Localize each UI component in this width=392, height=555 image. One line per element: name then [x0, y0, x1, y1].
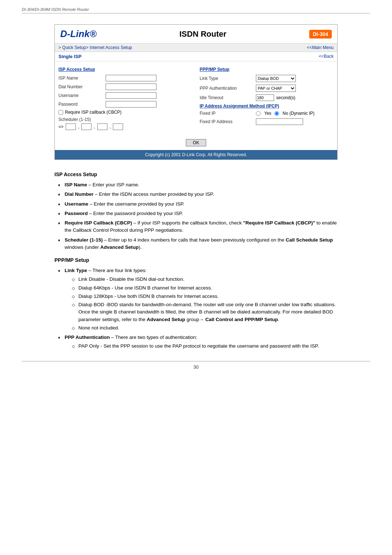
isp-name-input[interactable]: [106, 75, 156, 81]
scheduler-input-1[interactable]: [66, 123, 76, 130]
page-header: DI-304/DI-304M ISDN Remote Router: [22, 7, 370, 13]
scheduler-input-2[interactable]: [81, 123, 91, 130]
section-bar: Single ISP <<Back: [55, 52, 337, 61]
list-item: Dialup 64Kbps - Use one ISDN B channel f…: [72, 284, 338, 292]
description-area: ISP Access Setup ISP Name – Enter your I…: [54, 171, 338, 350]
nav-main-menu[interactable]: <<Main Menu: [307, 45, 334, 50]
fixed-ip-address-label: Fixed IP Address: [200, 119, 256, 124]
idle-timeout-suffix: second(s): [276, 95, 295, 100]
form-area: ISP Access Setup ISP Name Dial Number Us…: [55, 61, 337, 135]
right-column: PPP/MP Setup Link Type Link Disable Dial…: [200, 67, 334, 130]
list-item: None not included.: [72, 324, 338, 332]
list-item: Link Type – There are four link types: L…: [58, 267, 338, 332]
back-link[interactable]: <<Back: [319, 54, 334, 59]
list-item: Dial Number – Enter the ISDN access numb…: [58, 191, 338, 198]
isp-desc-list: ISP Name – Enter your ISP name. Dial Num…: [58, 181, 338, 251]
ppp-col-title: PPP/MP Setup: [200, 67, 334, 72]
ppp-desc-list: Link Type – There are four link types: L…: [58, 267, 338, 350]
scheduler-sep-2: ,: [94, 124, 95, 129]
router-title: ISDN Router: [179, 29, 226, 39]
list-item: ISP Name – Enter your ISP name.: [58, 181, 338, 189]
fixed-ip-row: Fixed IP Yes No (Dynamic IP): [200, 111, 334, 116]
isp-col-title: ISP Access Setup: [58, 67, 192, 72]
isp-name-label: ISP Name: [58, 76, 106, 81]
list-item: Link Disable - Disable the ISDN dial-out…: [72, 276, 338, 283]
fixed-ip-address-row: Fixed IP Address: [200, 118, 334, 125]
di304-badge: DI-304: [309, 30, 332, 39]
isp-name-row: ISP Name: [58, 75, 192, 81]
router-footer: Copyright (c) 2001 D-Link Corp. All Righ…: [55, 150, 337, 159]
link-type-label: Link Type: [200, 76, 256, 81]
password-input[interactable]: [106, 101, 156, 108]
list-item: Password – Enter the password provided b…: [58, 210, 338, 217]
list-item: Require ISP Callback (CBCP) – If your IS…: [58, 219, 338, 234]
router-ui-box: D-Link® ISDN Router DI-304 > Quick Setup…: [54, 24, 338, 160]
dlink-logo: D-Link®: [60, 28, 97, 40]
list-item: Dialup BOD -BOD stands for bandwidth-on-…: [72, 301, 338, 323]
ppp-auth-row: PPP Authentication PAP Only CHAP Only PA…: [200, 85, 334, 92]
nav-bar: > Quick Setup> Internet Access Setup <<M…: [55, 44, 337, 52]
scheduler-input-4[interactable]: [113, 123, 123, 130]
ppp-auth-sublist: PAP Only - Set the PPP session to use th…: [72, 343, 338, 350]
isp-desc-title: ISP Access Setup: [54, 171, 338, 178]
list-item: Dialup 128Kbps - Use both ISDN B channel…: [72, 293, 338, 300]
cbcp-checkbox[interactable]: [58, 110, 63, 115]
dial-number-row: Dial Number: [58, 84, 192, 90]
router-header: D-Link® ISDN Router DI-304: [55, 25, 337, 44]
idle-timeout-row: Idle Timeout second(s): [200, 94, 334, 101]
scheduler-sep-3: ,: [110, 124, 111, 129]
nav-quick-setup[interactable]: > Quick Setup> Internet Access Setup: [58, 45, 132, 50]
password-row: Password: [58, 101, 192, 108]
password-label: Password: [58, 102, 106, 107]
list-item: Scheduler (1-15) – Enter up to 4 index n…: [58, 236, 338, 251]
username-row: Username: [58, 92, 192, 99]
fixed-ip-yes-label: Yes: [264, 111, 271, 116]
fixed-ip-address-input[interactable]: [256, 118, 303, 125]
dial-number-label: Dial Number: [58, 84, 106, 89]
section-title: Single ISP: [58, 54, 82, 59]
list-item: PPP Authentication – There are two types…: [58, 334, 338, 350]
list-item: Username – Enter the username provided b…: [58, 200, 338, 208]
scheduler-label-row: Scheduler (1-15): [58, 117, 192, 122]
idle-timeout-label: Idle Timeout: [200, 95, 256, 100]
username-input[interactable]: [106, 92, 156, 99]
idle-timeout-input[interactable]: [256, 94, 274, 101]
fixed-ip-no-radio[interactable]: [274, 111, 279, 116]
ok-row: OK: [55, 135, 337, 150]
link-type-row: Link Type Link Disable Dialup 64Kbps Dia…: [200, 75, 334, 82]
scheduler-inputs: => , , ,: [58, 123, 192, 130]
link-type-sublist: Link Disable - Disable the ISDN dial-out…: [72, 276, 338, 332]
ipcp-title: IP Address Assignment Method (IPCP): [200, 104, 334, 109]
username-label: Username: [58, 93, 106, 98]
left-column: ISP Access Setup ISP Name Dial Number Us…: [58, 67, 192, 130]
ok-button[interactable]: OK: [186, 139, 206, 146]
fixed-ip-no-label: No (Dynamic IP): [283, 111, 315, 116]
scheduler-sep-1: ,: [78, 124, 79, 129]
cbcp-row: Require ISP callback (CBCP): [58, 110, 192, 115]
scheduler-input-3[interactable]: [97, 123, 107, 130]
page-footer: 30: [22, 361, 370, 370]
dial-number-input[interactable]: [106, 84, 156, 90]
fixed-ip-radios: Yes No (Dynamic IP): [256, 111, 315, 116]
ppp-desc-title: PPP/MP Setup: [54, 256, 338, 264]
cbcp-label: Require ISP callback (CBCP): [65, 110, 122, 115]
scheduler-arrow: =>: [58, 124, 64, 129]
list-item: PAP Only - Set the PPP session to use th…: [72, 343, 338, 350]
ppp-auth-select[interactable]: PAP Only CHAP Only PAP or CHAP: [256, 85, 296, 92]
fixed-ip-yes-radio[interactable]: [256, 111, 261, 116]
fixed-ip-label: Fixed IP: [200, 111, 256, 116]
ppp-auth-label: PPP Authentication: [200, 86, 256, 91]
link-type-select[interactable]: Link Disable Dialup 64Kbps Dialup 128Kbp…: [256, 75, 296, 82]
